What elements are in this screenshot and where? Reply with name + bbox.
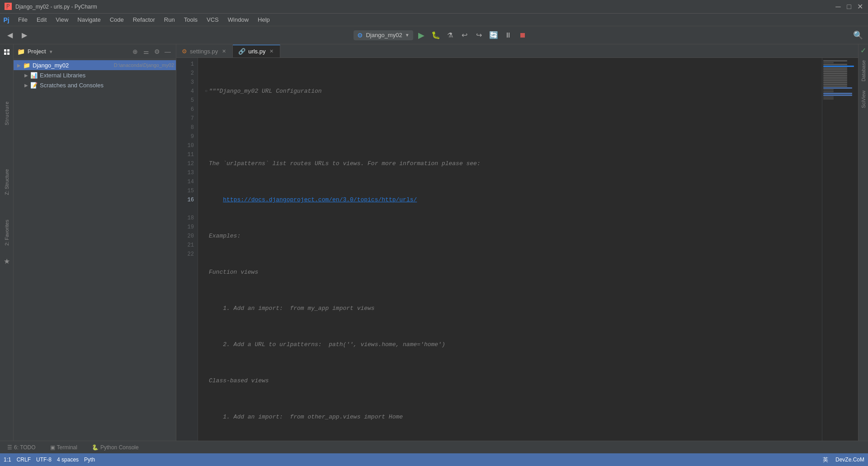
menu-edit[interactable]: Edit [32,14,51,25]
code-content[interactable]: ○ """Django_my02 URL Configuration The `… [198,58,822,453]
folder-icon: 📁 [23,61,31,69]
status-encoding[interactable]: UTF-8 [36,456,52,463]
run-with-coverage-button[interactable]: ⚗ [444,29,457,42]
menu-navigate[interactable]: Navigate [73,14,105,25]
run-config-dropdown[interactable]: ⚙ Django_my02 ▼ [354,30,413,40]
tree-arrow-scratch: ▶ [23,83,30,88]
bottom-toolbar: ☰ 6: TODO ▣ Terminal 🐍 Python Console [0,441,868,453]
status-position[interactable]: 1:1 [4,456,11,463]
line-num-18: 18 [176,214,194,223]
status-line-ending[interactable]: CRLF [17,456,31,463]
tree-item-django-my02[interactable]: ▶ 📁 Django_my02 D:\anaconda\Django_my02 [14,60,176,70]
sidebar-collapse-button[interactable]: ⚌ [142,47,151,56]
line-num-17 [176,204,194,214]
svg-rect-0 [4,49,6,52]
toolbar: ◀ ▶ ⚙ Django_my02 ▼ ▶ 🐛 ⚗ ↩ ↪ 🔄 ⏸ ⏹ 🔍 [0,26,868,44]
line-num-7: 7 [176,114,194,123]
status-lang-icon[interactable]: 英 [823,456,828,464]
activity-structure[interactable]: Structure [2,95,12,131]
sidebar-actions: ⊕ ⚌ ⚙ — [131,47,172,56]
line-num-20: 20 [176,232,194,241]
line-num-14: 14 [176,177,194,186]
bottom-tab-todo[interactable]: ☰ 6: TODO [4,442,39,453]
sidebar-locate-button[interactable]: ⊕ [131,47,140,56]
code-line-3: The `urlpatterns` list routes URLs to vi… [203,159,822,168]
menu-file[interactable]: File [14,14,32,25]
tree-label-django: Django_my02 [33,62,111,69]
window-title: Django_my02 - urls.py - PyCharm [15,4,97,10]
activity-project[interactable] [1,46,13,58]
minimize-button[interactable]: ─ [835,3,842,10]
menu-refactor[interactable]: Refactor [128,14,160,25]
menu-run[interactable]: Run [160,14,179,25]
toolbar-btn-1[interactable]: ◀ [4,29,16,42]
svg-rect-3 [7,52,9,55]
forward-button[interactable]: ↪ [473,29,486,42]
maximize-button[interactable]: □ [845,3,853,10]
favorites-star-icon[interactable]: ★ [1,255,13,267]
code-line-2 [203,123,822,132]
tab-close-settings[interactable]: ✕ [221,48,227,54]
status-right: 英 DevZe.CoM [823,456,864,464]
code-line-4: https://docs.djangoproject.com/en/3.0/to… [203,195,822,204]
app-icon: 🅿 [5,3,12,11]
status-indent[interactable]: 4 spaces [57,456,79,463]
sidebar-hide-button[interactable]: — [163,47,172,56]
close-button[interactable]: ✕ [856,3,863,10]
tree-arrow-ext: ▶ [23,73,30,78]
urls-file-icon: 🔗 [238,48,245,55]
code-line-6: Function views [203,268,822,277]
code-editor[interactable]: 1 2 3 4 5 6 7 8 9 10 11 12 13 14 15 16 1… [176,58,858,453]
menu-window[interactable]: Window [223,14,253,25]
toolbar-btn-2[interactable]: ▶ [18,29,31,42]
statusbar: 1:1 CRLF UTF-8 4 spaces Pyth 英 DevZe.CoM [0,453,868,466]
line-num-1: 1 [176,60,194,69]
line-num-12: 12 [176,159,194,168]
python-console-icon: 🐍 [92,444,99,451]
menu-tools[interactable]: Tools [179,14,202,25]
scratch-icon: 📝 [30,81,38,89]
reload-button[interactable]: 🔄 [487,29,500,42]
right-tab-database[interactable]: Database [860,57,867,85]
tab-bar: ⚙ settings.py ✕ 🔗 urls.py ✕ [176,44,858,58]
right-tab-sciview[interactable]: SciView [860,87,867,112]
bottom-tab-terminal[interactable]: ▣ Terminal [47,442,81,453]
fold-gutter-1[interactable]: ○ [203,87,209,96]
settings-file-icon: ⚙ [182,48,187,55]
line-num-2: 2 [176,69,194,78]
menu-help[interactable]: Help [253,14,274,25]
code-line-1: ○ """Django_my02 URL Configuration [203,87,822,96]
back-button[interactable]: ↩ [458,29,471,42]
debug-button[interactable]: 🐛 [429,29,442,42]
menu-vcs[interactable]: VCS [202,14,223,25]
checkmark-icon: ✓ [860,46,866,55]
tree-item-scratches[interactable]: ▶ 📝 Scratches and Consoles [14,80,176,90]
tree-sublabel-django: D:\anaconda\Django_my02 [114,62,174,68]
menu-code[interactable]: Code [105,14,128,25]
bottom-tab-python-console[interactable]: 🐍 Python Console [88,442,142,453]
tab-close-urls[interactable]: ✕ [268,48,274,55]
tree-item-external-libs[interactable]: ▶ 📊 External Libraries [14,70,176,80]
activity-2[interactable]: Z: Structure [2,168,12,195]
activity-favorites[interactable]: 2: Favorites [2,214,12,251]
search-everywhere-button[interactable]: 🔍 [852,29,864,42]
status-language[interactable]: Pyth [84,456,95,463]
sidebar-settings-button[interactable]: ⚙ [152,47,161,56]
line-num-21: 21 [176,241,194,250]
line-num-19: 19 [176,223,194,232]
tab-urls-py[interactable]: 🔗 urls.py ✕ [233,45,280,57]
tree-arrow-django: ▶ [15,63,23,68]
tab-settings-py[interactable]: ⚙ settings.py ✕ [176,45,233,57]
stop-button[interactable]: ⏹ [516,29,529,42]
run-button[interactable]: ▶ [415,29,428,42]
tab-label-urls: urls.py [248,48,265,55]
pause-button[interactable]: ⏸ [502,29,514,42]
menubar: Pj File Edit View Navigate Code Refactor… [0,14,868,26]
line-num-4: 4 [176,87,194,96]
status-left: 1:1 CRLF UTF-8 4 spaces Pyth [4,456,95,463]
titlebar: 🅿 Django_my02 - urls.py - PyCharm ─ □ ✕ [0,0,868,14]
menu-view[interactable]: View [51,14,73,25]
line-num-16: 16 [176,195,194,204]
code-line-8: 2. Add a URL to urlpatterns: path('', vi… [203,340,822,349]
terminal-icon: ▣ [50,444,55,451]
